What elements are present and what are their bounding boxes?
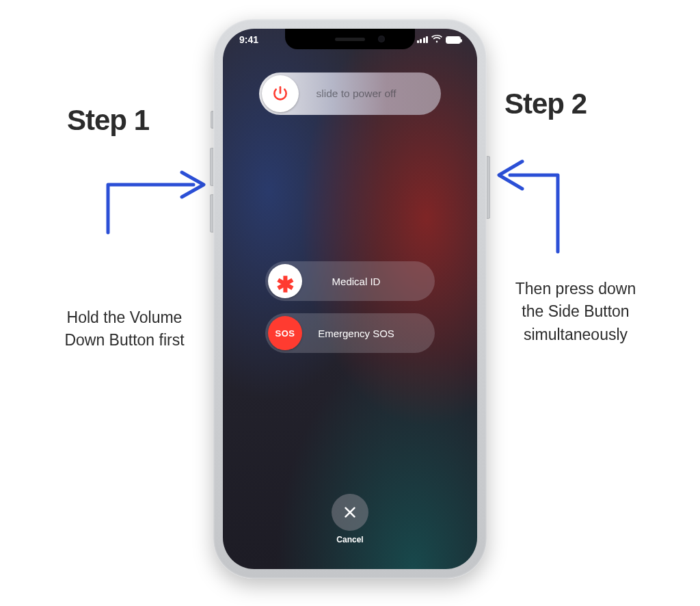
sos-text-icon: SOS [275,328,295,339]
asterisk-icon: ✱ [276,274,295,295]
ringer-switch[interactable] [211,111,213,129]
side-button[interactable] [487,156,490,219]
cancel-area: Cancel [332,494,368,544]
wifi-icon [431,34,442,45]
battery-icon [446,36,461,44]
cancel-button[interactable] [332,494,368,531]
arrow-step1-icon [101,144,217,239]
power-icon [271,85,289,103]
volume-up-button[interactable] [210,148,213,186]
arrow-step2-icon [489,129,571,259]
emergency-sos-knob[interactable]: SOS [268,316,302,350]
emergency-sos-slider[interactable]: SOS Emergency SOS [265,313,435,353]
volume-down-button[interactable] [210,194,213,233]
iphone-device: 9:41 slide to power off ✱ Medi [213,19,487,579]
status-bar: 9:41 [223,34,477,45]
medical-id-knob[interactable]: ✱ [268,264,302,298]
medical-id-slider[interactable]: ✱ Medical ID [265,261,435,301]
close-icon [342,505,358,520]
emergency-sos-label: Emergency SOS [305,328,435,339]
cancel-label: Cancel [336,535,363,544]
power-off-label: slide to power off [301,88,441,100]
step2-title: Step 2 [504,88,662,120]
step1-title: Step 1 [67,104,211,137]
power-off-knob[interactable] [262,75,299,112]
medical-id-label: Medical ID [305,276,435,287]
step2-description: Then press down the Side Button simultan… [507,278,644,346]
status-time: 9:41 [239,34,258,45]
phone-screen: 9:41 slide to power off ✱ Medi [223,29,477,569]
power-off-slider[interactable]: slide to power off [259,73,441,115]
cellular-signal-icon [417,36,429,43]
step1-description: Hold the Volume Down Button first [59,306,190,352]
